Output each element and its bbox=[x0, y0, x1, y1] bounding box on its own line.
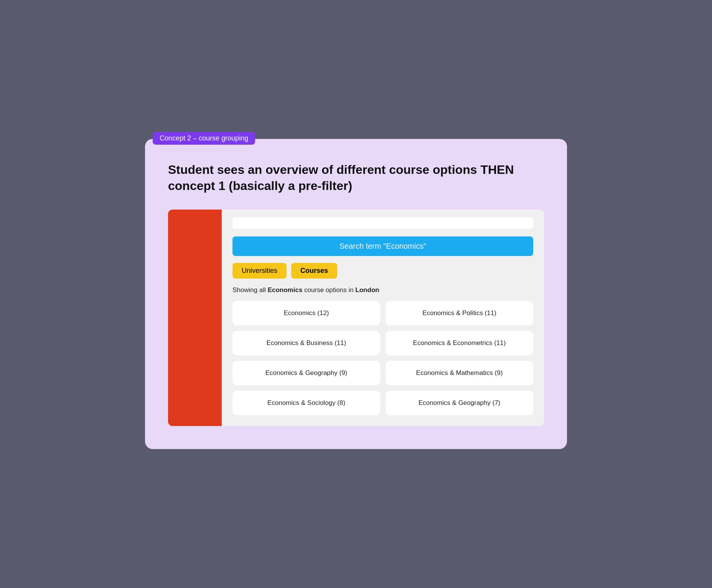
course-card[interactable]: Economics & Geography (7) bbox=[386, 391, 533, 415]
course-card[interactable]: Economics & Politics (11) bbox=[386, 301, 533, 325]
course-grid: Economics (12) Economics & Politics (11)… bbox=[232, 301, 533, 415]
course-card[interactable]: Economics & Mathematics (9) bbox=[386, 361, 533, 385]
outer-wrapper: Concept 2 – course grouping Student sees… bbox=[145, 139, 567, 449]
course-card[interactable]: Economics & Sociology (8) bbox=[232, 391, 380, 415]
main-card: Student sees an overview of different co… bbox=[145, 139, 567, 449]
ui-frame: Search term "Economics" Universities Cou… bbox=[168, 210, 544, 426]
showing-location: London bbox=[355, 286, 379, 294]
course-card[interactable]: Economics & Econometrics (11) bbox=[386, 331, 533, 355]
top-bar bbox=[232, 217, 533, 229]
showing-text: Showing all Economics course options in … bbox=[232, 286, 533, 294]
course-card[interactable]: Economics & Geography (9) bbox=[232, 361, 380, 385]
filter-tab-universities[interactable]: Universities bbox=[232, 263, 287, 279]
course-card[interactable]: Economics & Business (11) bbox=[232, 331, 380, 355]
search-bar[interactable]: Search term "Economics" bbox=[232, 236, 533, 256]
page-title: Student sees an overview of different co… bbox=[168, 162, 544, 194]
filter-tabs: Universities Courses bbox=[232, 263, 533, 279]
showing-middle: course options in bbox=[302, 286, 355, 294]
showing-keyword: Economics bbox=[268, 286, 303, 294]
course-card[interactable]: Economics (12) bbox=[232, 301, 380, 325]
red-sidebar bbox=[168, 210, 222, 426]
concept-badge: Concept 2 – course grouping bbox=[153, 132, 255, 145]
showing-prefix: Showing all bbox=[232, 286, 268, 294]
filter-tab-courses[interactable]: Courses bbox=[291, 263, 337, 279]
ui-content: Search term "Economics" Universities Cou… bbox=[222, 210, 544, 426]
